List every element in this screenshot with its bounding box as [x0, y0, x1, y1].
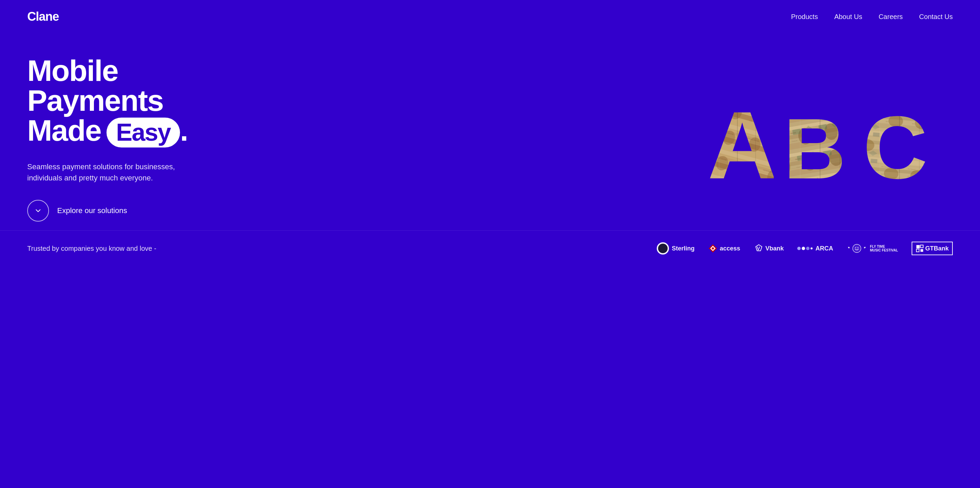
main-nav: Products About Us Careers Contact Us	[791, 13, 953, 21]
hero-visual: CENTRAL BANK 1000 NIGER Clement	[238, 84, 953, 193]
letter-C	[860, 89, 939, 183]
trusted-section: Trusted by companies you know and love -…	[0, 230, 980, 269]
vbank-icon: V	[754, 243, 764, 254]
letter-B	[780, 89, 859, 183]
gtbank-label: GTBank	[925, 245, 949, 252]
svg-rect-59	[920, 249, 923, 252]
partner-vbank: V Vbank	[754, 243, 784, 254]
arca-icon	[797, 247, 813, 250]
partner-access: access	[708, 244, 740, 253]
vbank-label: Vbank	[765, 245, 784, 252]
chevron-down-icon	[35, 207, 41, 214]
hero-title-made: Made	[27, 116, 101, 146]
svg-text:V: V	[757, 246, 760, 251]
nav-careers[interactable]: Careers	[878, 13, 903, 21]
hero-title-dot: .	[180, 116, 188, 146]
svg-rect-58	[916, 249, 919, 252]
hero-section: Mobile Payments Made Easy. Seamless paym…	[0, 33, 980, 230]
abc-illustration: CENTRAL BANK 1000 NIGER Clement	[701, 84, 939, 193]
hero-title: Mobile Payments Made Easy.	[27, 56, 238, 147]
sterling-icon	[657, 242, 669, 255]
hero-title-line1: Mobile Payments	[27, 56, 238, 116]
arca-label: ARCA	[815, 245, 833, 252]
hero-subtitle: Seamless payment solutions for businesse…	[27, 161, 197, 184]
hero-title-easy: Easy	[107, 117, 180, 147]
letter-A	[701, 89, 774, 183]
flytime-label1: FLY TIME	[870, 245, 898, 249]
svg-rect-57	[920, 245, 923, 248]
access-icon	[708, 244, 718, 253]
sterling-label: Sterling	[672, 245, 695, 252]
cta-group: Explore our solutions	[27, 200, 238, 222]
sterling-inner-icon	[658, 244, 668, 253]
trusted-label: Trusted by companies you know and love -	[27, 245, 156, 252]
cta-label-text: Explore our solutions	[57, 206, 127, 215]
svg-rect-56	[916, 245, 920, 249]
partner-gtbank: GTBank	[912, 242, 953, 255]
flytime-label2: MUSIC FESTIVAL	[870, 249, 898, 252]
brand-logo[interactable]: Clane	[27, 10, 59, 24]
svg-point-54	[856, 247, 856, 249]
header: Clane Products About Us Careers Contact …	[0, 0, 980, 33]
svg-point-53	[854, 246, 860, 252]
explore-button[interactable]	[27, 200, 49, 222]
partner-arca: ARCA	[797, 245, 833, 252]
partner-sterling: Sterling	[657, 242, 695, 255]
svg-point-55	[858, 247, 859, 249]
nav-contact[interactable]: Contact Us	[919, 13, 953, 21]
flytime-icon	[846, 242, 867, 255]
partner-flytime: FLY TIME MUSIC FESTIVAL	[846, 242, 898, 255]
hero-title-line2: Made Easy.	[27, 116, 238, 147]
partners-list: Sterling access V Vbank	[657, 242, 953, 255]
gtbank-icon	[916, 244, 924, 252]
hero-content: Mobile Payments Made Easy. Seamless paym…	[27, 56, 238, 221]
access-label: access	[720, 245, 740, 252]
nav-products[interactable]: Products	[791, 13, 818, 21]
nav-about[interactable]: About Us	[834, 13, 862, 21]
